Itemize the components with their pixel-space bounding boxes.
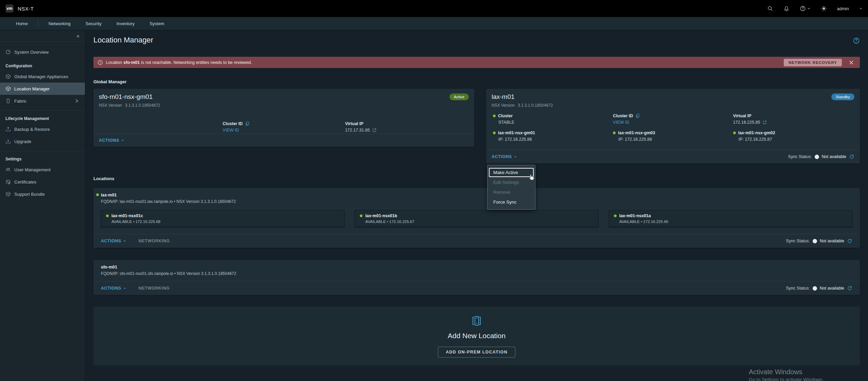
main-nav: Home Networking Security Inventory Syste…: [0, 17, 868, 30]
global-manager-cards: sfo-m01-nsx-gm01 Active NSX Version 3.1.…: [93, 89, 860, 163]
refresh-icon[interactable]: [847, 285, 852, 291]
sidebar-item-global-manager-appliances[interactable]: Global Manager Appliances: [0, 70, 85, 83]
tab-system[interactable]: System: [149, 21, 164, 26]
gm-active-actions-button[interactable]: ACTIONS: [99, 138, 124, 143]
tab-home[interactable]: Home: [16, 21, 28, 26]
view-id-link[interactable]: VIEW ID: [613, 120, 629, 125]
cursor-hand-icon: [528, 173, 536, 181]
main-content: Location Manager Location sfo-m01 is not…: [85, 30, 868, 381]
product-name: NSX-T: [18, 6, 34, 12]
green-status-dot: [614, 214, 617, 217]
user-menu[interactable]: admin: [837, 6, 849, 11]
sidebar-item-support-bundle[interactable]: Support Bundle: [0, 188, 85, 200]
cluster-label: Cluster: [498, 114, 513, 118]
sync-status-value: Not available: [820, 239, 844, 243]
network-recovery-button[interactable]: NETWORK RECOVERY: [784, 59, 842, 66]
sidebar-item-label: Location Manager: [14, 86, 50, 91]
help-menu[interactable]: [800, 5, 811, 12]
sidebar-item-upgrade[interactable]: Upgrade: [0, 135, 85, 148]
copy-icon[interactable]: [635, 114, 640, 118]
sidebar-item-fabric[interactable]: Fabric: [0, 95, 85, 107]
chevron-down-icon: [514, 155, 517, 158]
notifications-bell-icon[interactable]: [783, 5, 790, 12]
cube-icon: [5, 74, 11, 79]
menu-item-edit-settings: Edit Settings: [489, 178, 534, 187]
external-link-icon[interactable]: [372, 128, 377, 133]
vmware-logo: vm: [5, 4, 14, 13]
theme-sun-icon[interactable]: [821, 5, 827, 12]
gm-node-ip: IP: 172.16.225.87: [739, 137, 772, 142]
node-card: lax-m01-nsx01a AVAILABLE • 172.16.225.66: [609, 210, 852, 227]
user-menu-chevron-icon[interactable]: [859, 7, 863, 10]
location-networking-button[interactable]: NETWORKING: [139, 239, 170, 243]
gm-node-name: lax-m01-nsx-gm01: [498, 131, 535, 135]
tab-inventory[interactable]: Inventory: [117, 21, 135, 26]
gm-standby-actions-button[interactable]: ACTIONS: [492, 154, 517, 159]
node-name: lax-m01-nsx01c: [111, 213, 143, 218]
menu-item-make-active[interactable]: Make Active: [489, 168, 534, 177]
location-name: sfo-m01: [101, 265, 117, 270]
sidebar-section-lifecycle: Lifecycle Management: [0, 116, 85, 123]
refresh-icon[interactable]: [847, 238, 852, 244]
add-on-prem-location-button[interactable]: ADD ON-PREM LOCATION: [438, 347, 515, 358]
view-id-link[interactable]: VIEW ID: [223, 128, 239, 133]
virtual-ip-value: 172.16.225.85: [733, 120, 760, 125]
backup-upload-icon: [5, 126, 11, 132]
sidebar-item-label: Backup & Restore: [14, 127, 50, 132]
cluster-id-column: Cluster ID VIEW ID: [223, 121, 345, 133]
gm-node-name: lax-m01-nsx-gm02: [738, 131, 775, 135]
close-icon[interactable]: [849, 60, 854, 65]
tab-networking[interactable]: Networking: [49, 21, 71, 26]
menu-item-remove: Remove: [489, 188, 534, 197]
menu-item-force-sync[interactable]: Force Sync: [489, 197, 534, 207]
sidebar-item-label: Global Manager Appliances: [14, 74, 68, 79]
sidebar-item-backup-restore[interactable]: Backup & Restore: [0, 123, 85, 135]
cube-icon: [5, 191, 11, 197]
virtual-ip-value: 172.17.31.85: [345, 128, 370, 133]
sidebar-item-label: Fabric: [14, 99, 26, 104]
virtual-ip-label: Virtual IP: [345, 121, 364, 126]
alert-location-name: sfo-m01: [123, 60, 140, 65]
sync-status: Sync Status: Not available: [788, 154, 854, 159]
sidebar-divider: [0, 110, 85, 111]
chevron-down-icon: [123, 239, 126, 243]
sidebar-item-system-overview[interactable]: System Overview: [0, 46, 85, 58]
gm-node: lax-m01-nsx-gm01 IP: 172.16.225.86: [493, 131, 613, 142]
alert-exclamation-icon: [98, 60, 103, 65]
sync-status-label: Sync Status:: [788, 154, 812, 159]
nav-divider: [38, 20, 38, 27]
actions-dropdown-menu: Make Active Edit Settings Remove Force S…: [487, 165, 535, 210]
gm-node-ip: IP: 172.16.225.86: [498, 137, 532, 142]
refresh-icon[interactable]: [849, 154, 854, 159]
gm-card-title: lax-m01: [492, 93, 515, 101]
node-status: AVAILABLE • 172.16.225.68: [106, 220, 339, 224]
virtual-ip-column: Virtual IP 172.16.225.85: [733, 114, 853, 125]
sidebar-item-label: Upgrade: [14, 139, 31, 144]
gm-node-ip: IP: 172.16.225.88: [618, 137, 652, 142]
nsx-version-value: 3.1.3.1.0.18504672: [125, 103, 160, 108]
cube-icon: [5, 86, 11, 91]
sidebar-item-user-management[interactable]: User Management: [0, 163, 85, 176]
search-icon[interactable]: [767, 5, 773, 12]
add-location-icon: [471, 315, 483, 327]
location-actions-button[interactable]: ACTIONS: [101, 239, 126, 243]
sync-status: Sync Status: Not available: [786, 285, 852, 291]
sidebar-collapse-button[interactable]: «: [0, 30, 85, 42]
tab-security[interactable]: Security: [86, 21, 102, 26]
location-details: FQDN/IP: lax-m01-nsx01.lax.rainpole.io •…: [101, 199, 852, 204]
sidebar-item-location-manager[interactable]: Location Manager: [0, 83, 85, 95]
page-help-icon[interactable]: [853, 37, 860, 44]
green-status-dot: [96, 193, 99, 196]
location-networking-button[interactable]: NETWORKING: [139, 286, 170, 291]
location-details: FQDN/IP: sfo-m01-nsx01.sfo.rainpole.io •…: [101, 271, 852, 276]
green-status-dot: [106, 214, 109, 217]
external-link-icon[interactable]: [762, 120, 767, 125]
sidebar-section-settings: Settings: [0, 157, 85, 163]
cluster-id-column: Cluster ID VIEW ID: [613, 114, 733, 125]
copy-icon[interactable]: [245, 121, 250, 126]
location-actions-button[interactable]: ACTIONS: [101, 286, 126, 291]
gm-card-active: sfo-m01-nsx-gm01 Active NSX Version 3.1.…: [93, 89, 474, 147]
cluster-status: STABLE: [498, 120, 514, 125]
sidebar-item-certificates[interactable]: Certificates: [0, 176, 85, 188]
sync-status-label: Sync Status:: [786, 286, 810, 291]
